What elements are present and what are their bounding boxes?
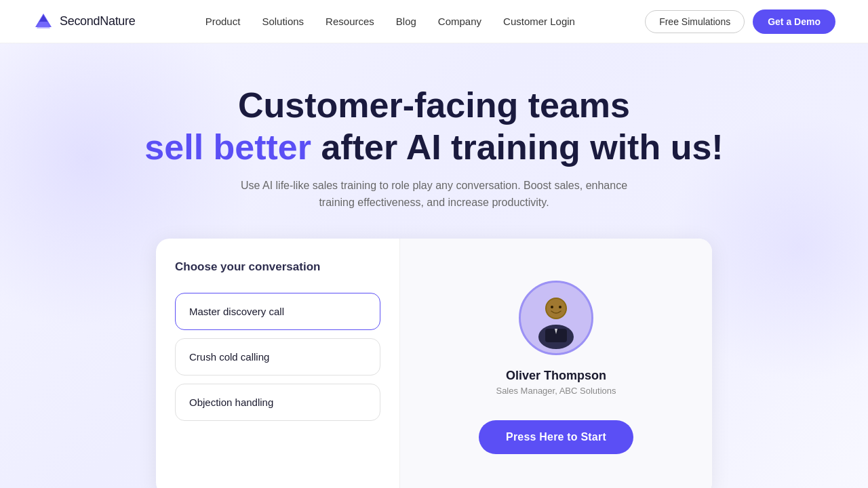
avatar-image xyxy=(521,283,591,353)
hero-subtitle: Use AI life-like sales training to role … xyxy=(237,177,631,211)
nav-actions: Free Simulations Get a Demo xyxy=(645,9,835,34)
get-demo-button[interactable]: Get a Demo xyxy=(753,9,835,34)
logo[interactable]: SecondNature xyxy=(33,11,135,33)
logo-text: SecondNature xyxy=(60,14,135,28)
agent-avatar xyxy=(519,281,593,355)
nav-blog[interactable]: Blog xyxy=(396,16,416,27)
nav-links: Product Solutions Resources Blog Company… xyxy=(205,16,575,28)
start-button[interactable]: Press Here to Start xyxy=(479,420,633,454)
nav-solutions[interactable]: Solutions xyxy=(262,16,304,27)
nav-product[interactable]: Product xyxy=(205,16,241,27)
card-right: Oliver Thompson Sales Manager, ABC Solut… xyxy=(400,239,712,488)
conversation-card: Choose your conversation Master discover… xyxy=(156,239,712,488)
agent-role: Sales Manager, ABC Solutions xyxy=(496,386,616,396)
hero-text: Customer-facing teams sell better after … xyxy=(33,84,835,211)
card-left: Choose your conversation Master discover… xyxy=(156,239,400,488)
nav-resources[interactable]: Resources xyxy=(326,16,374,27)
hero-title: Customer-facing teams sell better after … xyxy=(33,84,835,169)
hero-section: Customer-facing teams sell better after … xyxy=(0,43,868,488)
svg-point-8 xyxy=(559,306,561,308)
navbar: SecondNature Product Solutions Resources… xyxy=(0,0,868,43)
card-section-title: Choose your conversation xyxy=(175,260,380,274)
conversation-item-discovery[interactable]: Master discovery call xyxy=(175,293,380,330)
nav-customer-login[interactable]: Customer Login xyxy=(503,16,575,27)
nav-company[interactable]: Company xyxy=(438,16,481,27)
svg-point-6 xyxy=(547,299,566,318)
conversation-item-objection[interactable]: Objection handling xyxy=(175,384,380,421)
logo-icon xyxy=(33,11,54,33)
free-simulations-button[interactable]: Free Simulations xyxy=(645,10,745,33)
agent-name: Oliver Thompson xyxy=(506,369,606,383)
conversation-item-cold-calling[interactable]: Crush cold calling xyxy=(175,338,380,375)
conversation-list: Master discovery call Crush cold calling… xyxy=(175,293,380,421)
svg-point-7 xyxy=(551,306,553,308)
